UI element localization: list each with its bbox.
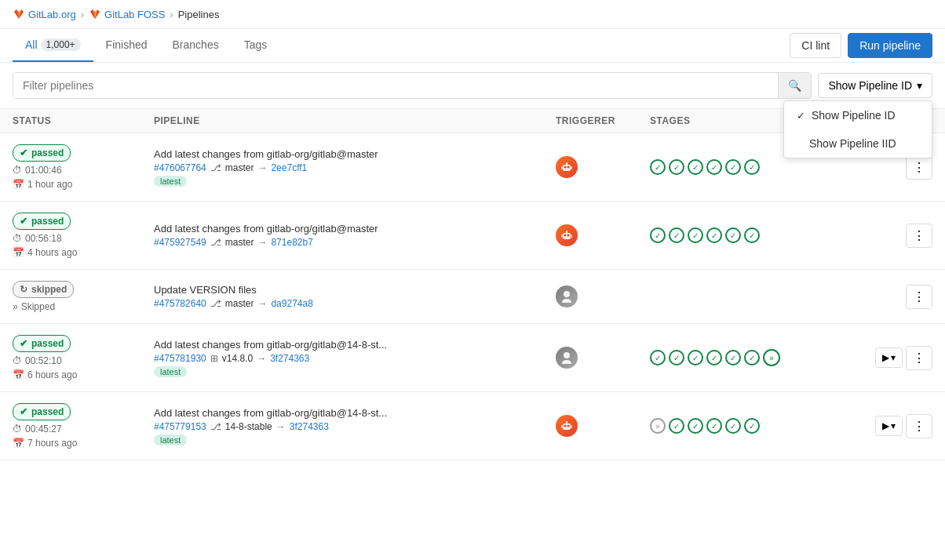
status-badge-passed: ✔ passed	[13, 144, 71, 162]
pipeline-meta: #475781930 ⊞ v14.8.0 → 3f274363	[154, 353, 556, 364]
tab-actions: CI lint Run pipeline	[790, 33, 932, 58]
svg-rect-25	[571, 425, 572, 428]
tab-tags[interactable]: Tags	[232, 29, 280, 62]
gitlab-logo	[13, 8, 25, 20]
gitlab-foss-logo	[89, 8, 101, 20]
pipeline-id-link[interactable]: #475927549	[154, 237, 206, 248]
latest-badge: latest	[154, 435, 187, 445]
arrow-icon: →	[257, 298, 267, 309]
pipeline-meta: #475779153 ⎇ 14-8-stable → 3f274363	[154, 421, 556, 432]
stage-more[interactable]: »	[763, 349, 780, 366]
search-icon: 🔍	[788, 79, 801, 92]
passed-circle-icon: ✔	[20, 338, 27, 349]
svg-rect-11	[571, 166, 572, 169]
stage-check-2[interactable]: ✓	[669, 159, 684, 175]
branch-icon: ⎇	[210, 237, 221, 248]
dropdown-item-pipeline-iid[interactable]: Show Pipeline IID	[784, 129, 932, 158]
human-avatar-icon	[559, 289, 575, 304]
skipped-circle-icon: ↻	[20, 284, 27, 295]
tag-icon: ⊞	[210, 353, 218, 364]
stage-check-4[interactable]: ✓	[725, 418, 741, 434]
stage-check-4[interactable]: ✓	[706, 159, 722, 175]
duration: ⏱ 01:00:46	[13, 165, 154, 176]
dropdown-item-pipeline-id[interactable]: ✓ Show Pipeline ID	[784, 101, 932, 129]
stage-check-5[interactable]: ✓	[725, 350, 741, 365]
ci-lint-button[interactable]: CI lint	[790, 33, 841, 58]
show-pipeline-id-dropdown[interactable]: Show Pipeline ID ▾	[818, 73, 932, 98]
stage-check-6[interactable]: ✓	[744, 227, 760, 243]
arrow-icon: →	[276, 421, 286, 432]
pipeline-title: Add latest changes from gitlab-org/gitla…	[154, 223, 556, 235]
pipeline-id-link[interactable]: #476067764	[154, 162, 206, 173]
stage-check-2[interactable]: ✓	[669, 227, 684, 243]
breadcrumb-sep-1: ›	[81, 9, 84, 20]
breadcrumb: GitLab.org › GitLab FOSS › Pipelines	[0, 0, 945, 29]
duration: ⏱ 00:56:18	[13, 233, 154, 244]
stage-check-5[interactable]: ✓	[725, 159, 741, 175]
clock-icon: ⏱	[13, 165, 22, 176]
pipeline-cell: Add latest changes from gitlab-org/gitla…	[154, 223, 556, 248]
clock-icon: ⏱	[13, 424, 22, 435]
stage-check-6[interactable]: ✓	[744, 159, 760, 175]
stage-check-5[interactable]: ✓	[744, 418, 760, 434]
stage-check-2[interactable]: ✓	[669, 350, 684, 365]
row-kebab-button[interactable]: ⋮	[906, 414, 932, 438]
stage-check-3[interactable]: ✓	[688, 159, 703, 175]
pipeline-title: Add latest changes from gitlab-org/gitla…	[154, 148, 556, 160]
branch-icon: ⎇	[210, 162, 221, 173]
triggerer-cell	[556, 156, 650, 178]
tab-all[interactable]: All 1,000+	[13, 29, 93, 62]
stage-check-3[interactable]: ✓	[706, 418, 722, 434]
search-input[interactable]	[13, 73, 778, 98]
actions-cell: ⋮	[870, 285, 932, 309]
pipeline-id-link[interactable]: #475781930	[154, 353, 206, 364]
avatar	[556, 156, 578, 178]
stage-check-3[interactable]: ✓	[688, 350, 703, 365]
latest-badge: latest	[154, 366, 187, 377]
commit-link[interactable]: 871e82b7	[271, 237, 312, 248]
pipeline-id-link[interactable]: #475779153	[154, 421, 206, 432]
stage-check-4[interactable]: ✓	[706, 350, 722, 365]
row-kebab-button[interactable]: ⋮	[906, 285, 932, 309]
stage-check-4[interactable]: ✓	[706, 227, 722, 243]
stage-check-5[interactable]: ✓	[725, 227, 741, 243]
stage-check-3[interactable]: ✓	[688, 227, 703, 243]
breadcrumb-gitlab-foss[interactable]: GitLab FOSS	[104, 9, 165, 20]
status-cell: ↻ skipped » Skipped	[13, 281, 154, 312]
tab-finished[interactable]: Finished	[93, 29, 160, 62]
stage-check-2[interactable]: ✓	[688, 418, 703, 434]
run-pipeline-button[interactable]: Run pipeline	[848, 33, 932, 58]
breadcrumb-sep-2: ›	[170, 9, 173, 20]
row-kebab-button[interactable]: ⋮	[906, 224, 932, 248]
triggerer-cell	[556, 347, 650, 369]
svg-rect-23	[566, 421, 567, 424]
search-button[interactable]: 🔍	[778, 73, 811, 98]
clock-icon: ⏱	[13, 233, 22, 244]
breadcrumb-gitlab-org[interactable]: GitLab.org	[28, 9, 76, 20]
row-run-button[interactable]: ▶ ▾	[875, 347, 903, 368]
human-avatar-icon	[559, 350, 575, 365]
stage-check-6[interactable]: ✓	[744, 350, 760, 365]
pipeline-cell: Add latest changes from gitlab-org/gitla…	[154, 148, 556, 187]
pipeline-id-link[interactable]: #475782640	[154, 298, 206, 309]
stage-skip-1[interactable]: »	[650, 418, 666, 434]
tab-branches[interactable]: Branches	[160, 29, 232, 62]
svg-rect-24	[561, 425, 563, 428]
passed-circle-icon: ✔	[20, 406, 27, 417]
row-kebab-button[interactable]: ⋮	[906, 346, 932, 370]
stage-check-1[interactable]: ✓	[650, 350, 666, 365]
passed-circle-icon: ✔	[20, 216, 27, 227]
commit-link[interactable]: 3f274363	[270, 353, 309, 364]
row-run-button[interactable]: ▶ ▾	[875, 416, 903, 436]
branch-name: 14-8-stable	[225, 421, 272, 432]
arrow-icon: →	[257, 237, 267, 248]
commit-link[interactable]: 2ee7cff1	[271, 162, 307, 173]
stage-check-1[interactable]: ✓	[669, 418, 684, 434]
stage-check-1[interactable]: ✓	[650, 159, 666, 175]
row-kebab-button[interactable]: ⋮	[906, 155, 932, 180]
col-status: Status	[13, 115, 154, 126]
commit-link[interactable]: da9274a8	[271, 298, 312, 309]
commit-link[interactable]: 3f274363	[290, 421, 329, 432]
status-cell: ✔ passed ⏱ 00:45:27 📅 7 hours ago	[13, 403, 154, 449]
stage-check-1[interactable]: ✓	[650, 227, 666, 243]
